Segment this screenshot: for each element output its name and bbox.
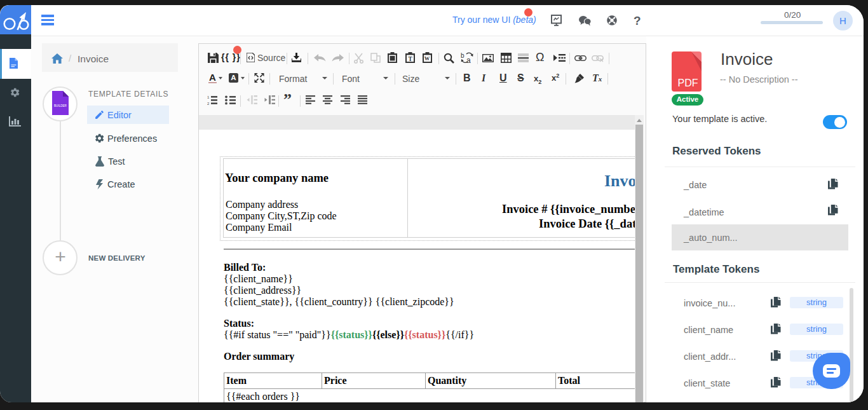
svg-text:b: b: [461, 52, 465, 59]
svg-text:W: W: [424, 55, 430, 62]
svg-text:BUILDER: BUILDER: [54, 104, 67, 107]
svg-text:T: T: [409, 56, 413, 62]
svg-text:PDF: PDF: [678, 78, 698, 88]
svg-text:2: 2: [207, 102, 210, 105]
svg-text:1: 1: [207, 95, 210, 99]
